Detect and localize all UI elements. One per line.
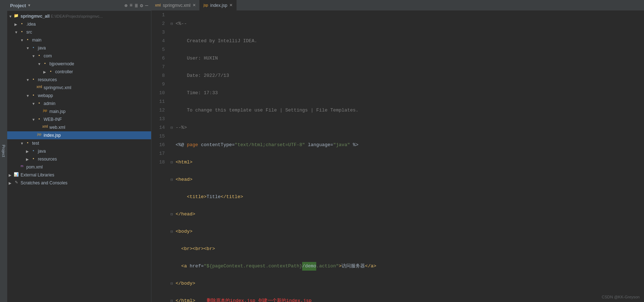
tree-label: .idea	[26, 22, 36, 27]
tree-arrow	[38, 126, 42, 130]
line-numbers: 1 2 3 4 5 6 7 8 9 10 11 12 13 14 15 16 1…	[151, 11, 168, 302]
fold-marker[interactable]: ⊟	[171, 297, 176, 302]
fold-marker	[171, 37, 176, 45]
tree-item-main[interactable]: ▼ ▪ main	[7, 36, 151, 44]
sidebar-title: Project	[10, 3, 26, 8]
tree-arrow: ▼	[14, 30, 19, 34]
tree-arrow: ▶	[9, 181, 13, 185]
settings-icon[interactable]: ⚙	[140, 3, 143, 9]
fold-marker	[171, 141, 176, 149]
fold-marker[interactable]: ⊟	[171, 19, 176, 28]
tree-item-java[interactable]: ▼ ▪ java	[7, 44, 151, 52]
tree-label: index.jsp	[44, 133, 61, 138]
tree-arrow: ▼	[26, 78, 30, 82]
fold-marker	[171, 106, 176, 115]
tree-item-idea[interactable]: ▶ ▪ .idea	[7, 20, 151, 28]
sidebar-header: Project ▼ ⊕ ≡ ≣ ⚙ —	[7, 0, 151, 11]
tree-arrow: ▼	[20, 141, 25, 145]
dropdown-icon[interactable]: ▼	[28, 4, 30, 8]
tree-item-test-java[interactable]: ▶ ▪ java	[7, 147, 151, 155]
tree-item-pom-xml[interactable]: m pom.xml	[7, 163, 151, 171]
jsp-tab-icon: jsp	[203, 3, 208, 7]
code-line-7: ⊟--%>	[171, 123, 641, 132]
tree-label: springmvc.xml	[44, 85, 71, 90]
code-line-12: ⊟</head>	[171, 210, 641, 219]
tree-arrow: ▼	[32, 54, 36, 58]
code-line-17: ⊟</html> 删除原本的index.jsp 创建一个新的index.jsp	[171, 297, 641, 302]
tree-item-webapp[interactable]: ▼ ▪ webapp	[7, 92, 151, 100]
tree-arrow: ▼	[9, 14, 13, 18]
tab-index-jsp[interactable]: jsp index.jsp ✕	[200, 0, 237, 10]
comment-text: <%--	[176, 19, 187, 28]
tab-close-icon[interactable]: ✕	[229, 3, 233, 8]
code-line-1: ⊟<%--	[171, 19, 641, 28]
tree-label: web.xml	[49, 125, 65, 130]
folder-icon: ▪	[19, 21, 25, 27]
tree-item-main-jsp[interactable]: jsp main.jsp	[7, 108, 151, 115]
jsp-icon: jsp	[36, 132, 43, 138]
tree-item-bjpowernode[interactable]: ▼ ▪ bjpowernode	[7, 60, 151, 68]
code-line-2: Created by IntelliJ IDEA.	[171, 37, 641, 45]
tab-springmvc-xml[interactable]: xml springmvc.xml ✕	[151, 0, 200, 10]
collapse-all-icon[interactable]: ≡	[129, 3, 132, 9]
fold-marker[interactable]: ⊟	[171, 175, 176, 184]
code-line-9: ⊟<html>	[171, 158, 641, 167]
tree-item-external-libraries[interactable]: ▶ 📊 External Libraries	[7, 171, 151, 179]
tree-arrow: ▼	[20, 38, 25, 42]
tree-item-test-resources[interactable]: ▶ ▪ resources	[7, 155, 151, 163]
code-line-15: <a href="${pageContext.request.contextPa…	[171, 262, 641, 271]
tab-label: springmvc.xml	[163, 3, 191, 8]
tree-arrow: ▼	[26, 46, 30, 50]
tree-arrow: ▶	[26, 157, 30, 161]
tab-close-icon[interactable]: ✕	[193, 3, 196, 8]
tree-item-springmvc-xml[interactable]: xml springmvc.xml	[7, 84, 151, 92]
fold-marker	[171, 71, 176, 80]
fold-marker[interactable]: ⊟	[171, 227, 176, 236]
tree-item-springmvc-all[interactable]: ▼ 📁 springmvc_all E:\IDEA\Projects\sprin…	[7, 12, 151, 20]
comment-text: To change this template use File | Setti…	[176, 106, 358, 115]
tree-label: java	[38, 149, 46, 154]
tree-item-controller[interactable]: ▶ ▪ controller	[7, 68, 151, 76]
fold-marker	[171, 245, 176, 253]
tree-label: Scratches and Consoles	[21, 180, 67, 185]
folder-icon: ▪	[25, 140, 31, 146]
folder-icon: ▪	[30, 77, 37, 83]
java-folder-icon: ▪	[30, 45, 37, 51]
fold-marker[interactable]: ⊟	[171, 158, 176, 167]
fold-marker[interactable]: ⊟	[171, 210, 176, 219]
expand-all-icon[interactable]: ≣	[135, 3, 138, 9]
xml-tab-icon: xml	[155, 3, 161, 7]
comment-text: Time: 17:33	[176, 89, 218, 97]
jsp-icon: jsp	[42, 109, 48, 114]
tree-label: main	[32, 38, 41, 43]
sidebar-header-icons: ⊕ ≡ ≣ ⚙ —	[124, 3, 148, 9]
tree-item-web-xml[interactable]: xml web.xml	[7, 123, 151, 131]
fold-marker[interactable]: ⊟	[171, 279, 176, 288]
folder-icon: 📁	[13, 13, 19, 19]
tree-item-webinf[interactable]: ▼ ▪ WEB-INF	[7, 115, 151, 123]
tree-item-test[interactable]: ▼ ▪ test	[7, 139, 151, 147]
add-content-icon[interactable]: ⊕	[124, 3, 127, 9]
code-editor[interactable]: 1 2 3 4 5 6 7 8 9 10 11 12 13 14 15 16 1…	[151, 11, 644, 302]
tree-item-scratches[interactable]: ▶ ✎ Scratches and Consoles	[7, 179, 151, 187]
tree-label: bjpowernode	[49, 61, 74, 66]
comment-text: User: HUXIN	[176, 54, 218, 63]
tree-label: java	[38, 45, 46, 51]
java-folder-icon: ▪	[30, 148, 37, 154]
code-line-3: User: HUXIN	[171, 54, 641, 63]
fold-marker	[171, 89, 176, 97]
minimize-icon[interactable]: —	[145, 3, 148, 9]
xml-icon: xml	[36, 85, 43, 91]
code-line-6: To change this template use File | Setti…	[171, 106, 641, 115]
tree-item-resources[interactable]: ▼ ▪ resources	[7, 76, 151, 84]
tree-item-src[interactable]: ▼ ▪ src	[7, 28, 151, 36]
folder-icon: ▪	[36, 53, 43, 59]
tree-item-index-jsp[interactable]: jsp index.jsp	[7, 131, 151, 139]
project-vertical-tab[interactable]: Project	[0, 0, 7, 302]
tab-label: index.jsp	[210, 3, 227, 8]
tree-label: main.jsp	[49, 109, 66, 114]
tree-arrow: ▼	[32, 102, 36, 106]
tree-item-com[interactable]: ▼ ▪ com	[7, 52, 151, 60]
fold-marker[interactable]: ⊟	[171, 123, 176, 132]
tree-item-admin[interactable]: ▼ ▪ admin	[7, 100, 151, 108]
